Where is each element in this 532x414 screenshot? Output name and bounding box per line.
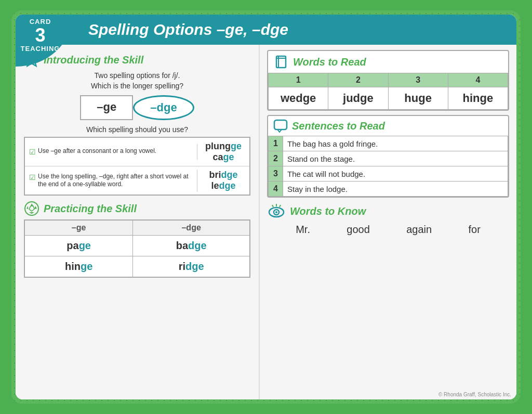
card-number: 3 (35, 26, 45, 45)
book-icon (273, 54, 289, 70)
words-to-know-header: Words to Know (267, 204, 509, 218)
word-3: huge (388, 87, 448, 110)
left-panel: Introducing the Skill Two spelling optio… (16, 45, 260, 399)
svg-point-17 (275, 211, 277, 213)
word-4: hinge (448, 87, 508, 110)
practice-row2-col2: ridge (133, 256, 250, 278)
know-word-4: for (468, 224, 480, 236)
spelling-option-dge: –dge (133, 95, 194, 120)
content-area: Introducing the Skill Two spelling optio… (16, 45, 516, 399)
which-spelling: Which spelling should you use? (24, 125, 250, 134)
sentences-to-read-title: Sentences to Read (292, 120, 385, 132)
words-col-4: 4 (448, 73, 508, 87)
sentences-to-read-section: Sentences to Read 1 The bag has a gold f… (267, 115, 509, 198)
practice-col1-header: –ge (24, 220, 133, 236)
outer-card: CARD 3 TEACHING Spelling Options –ge, –d… (11, 10, 521, 404)
practice-r1c1-hl: ge (79, 240, 91, 251)
words-col-3: 3 (388, 73, 448, 87)
rule-2-hl2: dge (219, 180, 236, 191)
header-title: Spelling Options –ge, –dge (88, 21, 288, 38)
rule-2-text: ☑ Use the long spelling, –dge, right aft… (25, 170, 197, 192)
words-to-read-section: Words to Read 1 2 3 4 (267, 50, 509, 111)
sentence-text-3: The cat will not budge. (283, 166, 508, 182)
soccer-icon (24, 201, 39, 216)
word-2: judge (328, 87, 388, 110)
words-to-know-title: Words to Know (290, 205, 366, 217)
rule-2-desc: Use the long spelling, –dge, right after… (38, 173, 193, 189)
sentence-text-4: Stay in the lodge. (283, 182, 508, 197)
checkbox-icon-1: ☑ (29, 147, 36, 157)
words-col-1: 1 (269, 73, 328, 87)
table-row: wedge judge huge hinge (269, 87, 508, 110)
sentence-num-2: 2 (269, 151, 283, 166)
svg-marker-11 (277, 130, 282, 132)
svg-rect-10 (274, 120, 287, 130)
table-row: hinge ridge (24, 256, 250, 278)
practice-r2c1-hl: ge (81, 261, 92, 272)
table-row: 4 Stay in the lodge. (269, 182, 508, 197)
sentence-num-4: 4 (269, 182, 283, 197)
practice-col2-header: –dge (133, 220, 250, 236)
practice-row1-col2: badge (133, 236, 250, 256)
card-teaching: TEACHING (21, 45, 60, 53)
inner-card: CARD 3 TEACHING Spelling Options –ge, –d… (16, 15, 516, 399)
practice-row1-col1: page (24, 236, 133, 256)
words-to-read-title: Words to Read (293, 56, 366, 68)
sentence-text-2: Stand on the stage. (283, 151, 508, 166)
svg-marker-3 (34, 206, 37, 209)
words-to-know-section: Words to Know Mr. good again for (267, 202, 509, 241)
words-to-read-header: Words to Read (268, 51, 508, 73)
right-panel: Words to Read 1 2 3 4 (260, 45, 516, 399)
intro-line1: Two spelling options for /j/. (95, 71, 180, 80)
svg-line-14 (280, 205, 281, 207)
eye-icon (267, 204, 286, 218)
sentences-table: 1 The bag has a gold fringe. 2 Stand on … (268, 136, 508, 197)
header-bar: Spelling Options –ge, –dge (16, 15, 516, 45)
table-row: 1 The bag has a gold fringe. (269, 136, 508, 151)
know-word-1: Mr. (296, 224, 310, 236)
rule-2-example: bridge ledge (197, 166, 249, 195)
svg-marker-5 (26, 206, 28, 209)
rule-table: ☑ Use –ge after a consonant or a long vo… (24, 137, 250, 196)
sentences-to-read-header: Sentences to Read (268, 116, 508, 136)
rule-1-hl1: ge (231, 141, 242, 151)
rule-row-2: ☑ Use the long spelling, –dge, right aft… (25, 166, 249, 195)
know-word-3: again (406, 224, 432, 236)
words-table: 1 2 3 4 wedge judge huge hinge (268, 73, 508, 110)
copyright: © Rhonda Graff, Scholastic Inc. (438, 392, 511, 397)
spelling-options: –ge –dge (24, 95, 250, 120)
table-row: page badge (24, 236, 250, 256)
svg-marker-4 (29, 212, 34, 214)
intro-header: Introducing the Skill (24, 52, 250, 68)
rule-1-hl2: ge (223, 152, 234, 162)
rule-1-example: plungge cage (197, 138, 249, 166)
practice-section: Practicing the Skill –ge –dge page (24, 201, 250, 278)
checkbox-icon-2: ☑ (29, 173, 36, 182)
know-word-2: good (347, 224, 370, 236)
practice-r2c2-hl: dge (185, 261, 204, 272)
sentence-text-1: The bag has a gold fringe. (283, 136, 508, 151)
rule-1-text: ☑ Use –ge after a consonant or a long vo… (25, 144, 197, 160)
practice-table: –ge –dge page badge hinge ridge (24, 219, 250, 278)
rule-1-desc: Use –ge after a consonant or a long vowe… (38, 147, 156, 156)
practice-header: Practicing the Skill (24, 201, 250, 216)
sentence-num-1: 1 (269, 136, 283, 151)
table-row: 2 Stand on the stage. (269, 151, 508, 166)
know-words: Mr. good again for (267, 221, 509, 239)
rule-row-1: ☑ Use –ge after a consonant or a long vo… (25, 138, 249, 166)
word-1: wedge (269, 87, 328, 110)
spelling-option-ge: –ge (80, 95, 133, 120)
words-col-2: 2 (328, 73, 388, 87)
sentence-num-3: 3 (269, 166, 283, 182)
rule-2-hl1: dge (221, 170, 238, 180)
intro-line2: Which is the longer spelling? (91, 82, 183, 90)
intro-title: Introducing the Skill (44, 54, 143, 66)
intro-desc: Two spelling options for /j/. Which is t… (24, 71, 250, 91)
table-row: 3 The cat will not budge. (269, 166, 508, 182)
svg-line-13 (272, 205, 273, 207)
practice-r1c2-hl: dge (188, 240, 207, 251)
speech-icon (273, 119, 288, 133)
svg-marker-6 (29, 206, 34, 211)
practice-title: Practicing the Skill (44, 203, 137, 215)
intro-section: Introducing the Skill Two spelling optio… (24, 52, 250, 196)
